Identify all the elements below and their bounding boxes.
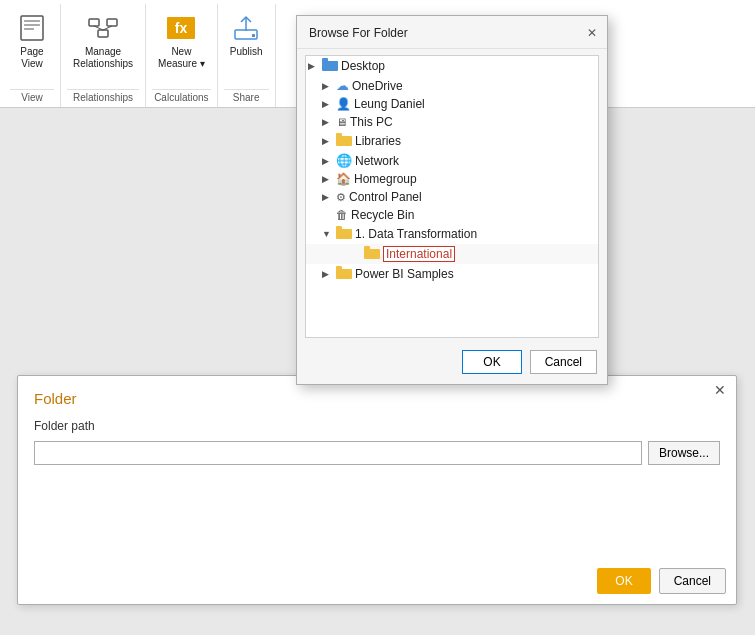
ribbon-group-relationships: ManageRelationships Relationships bbox=[61, 4, 146, 107]
recycle-bin-icon: 🗑 bbox=[336, 208, 348, 222]
tree-item-data-transformation[interactable]: ▼ 1. Data Transformation bbox=[306, 224, 598, 244]
manage-relationships-icon bbox=[87, 12, 119, 44]
svg-rect-14 bbox=[322, 61, 338, 71]
tree-label-this-pc: This PC bbox=[350, 115, 393, 129]
ribbon-group-view: PageView View bbox=[4, 4, 61, 107]
svg-rect-16 bbox=[336, 136, 352, 146]
svg-rect-13 bbox=[252, 34, 255, 37]
tree-label-onedrive: OneDrive bbox=[352, 79, 403, 93]
tree-arrow: ▶ bbox=[308, 61, 322, 71]
tree-item-power-bi-samples[interactable]: ▶ Power BI Samples bbox=[306, 264, 598, 284]
page-view-button[interactable]: PageView bbox=[10, 8, 54, 74]
publish-button[interactable]: Publish bbox=[224, 8, 269, 62]
tree-item-homegroup[interactable]: ▶ 🏠 Homegroup bbox=[306, 170, 598, 188]
tree-arrow: ▶ bbox=[322, 192, 336, 202]
ribbon-group-view-label: View bbox=[10, 89, 54, 107]
control-panel-icon: ⚙ bbox=[336, 191, 346, 204]
tree-label-network: Network bbox=[355, 154, 399, 168]
international-folder-icon bbox=[364, 246, 380, 262]
tree-arrow: ▼ bbox=[322, 229, 336, 239]
data-transformation-icon bbox=[336, 226, 352, 242]
svg-rect-1 bbox=[24, 20, 40, 22]
tree-item-libraries[interactable]: ▶ Libraries bbox=[306, 131, 598, 151]
tree-label-leung-daniel: Leung Daniel bbox=[354, 97, 425, 111]
tree-label-power-bi-samples: Power BI Samples bbox=[355, 267, 454, 281]
tree-label-recycle-bin: Recycle Bin bbox=[351, 208, 414, 222]
browse-dialog-footer: OK Cancel bbox=[297, 344, 607, 384]
folder-cancel-button[interactable]: Cancel bbox=[659, 568, 726, 594]
ribbon-group-share-label: Share bbox=[224, 89, 269, 107]
tree-item-recycle-bin[interactable]: 🗑 Recycle Bin bbox=[306, 206, 598, 224]
browse-cancel-button[interactable]: Cancel bbox=[530, 350, 597, 374]
tree-label-homegroup: Homegroup bbox=[354, 172, 417, 186]
home-icon: 🏠 bbox=[336, 172, 351, 186]
browse-ok-button[interactable]: OK bbox=[462, 350, 521, 374]
svg-rect-6 bbox=[98, 30, 108, 37]
tree-arrow: ▶ bbox=[322, 174, 336, 184]
folder-path-label: Folder path bbox=[18, 415, 736, 437]
ribbon-group-calculations: fx NewMeasure ▾ Calculations bbox=[146, 4, 218, 107]
tree-item-international[interactable]: International bbox=[306, 244, 598, 264]
tree-item-desktop[interactable]: ▶ Desktop bbox=[306, 56, 598, 76]
libraries-icon bbox=[336, 133, 352, 149]
page-view-label: PageView bbox=[20, 46, 43, 70]
network-icon: 🌐 bbox=[336, 153, 352, 168]
svg-rect-19 bbox=[336, 226, 342, 230]
person-icon: 👤 bbox=[336, 97, 351, 111]
ribbon-group-share: Publish Share bbox=[218, 4, 276, 107]
tree-label-libraries: Libraries bbox=[355, 134, 401, 148]
svg-rect-18 bbox=[336, 229, 352, 239]
tree-arrow: ▶ bbox=[322, 81, 336, 91]
tree-item-leung-daniel[interactable]: ▶ 👤 Leung Daniel bbox=[306, 95, 598, 113]
manage-relationships-button[interactable]: ManageRelationships bbox=[67, 8, 139, 74]
tree-item-control-panel[interactable]: ▶ ⚙ Control Panel bbox=[306, 188, 598, 206]
tree-arrow: ▶ bbox=[322, 269, 336, 279]
ribbon-group-calculations-label: Calculations bbox=[152, 89, 211, 107]
svg-rect-5 bbox=[107, 19, 117, 26]
new-measure-label: NewMeasure ▾ bbox=[158, 46, 205, 70]
svg-text:fx: fx bbox=[175, 20, 188, 36]
power-bi-samples-icon bbox=[336, 266, 352, 282]
folder-ok-button[interactable]: OK bbox=[597, 568, 650, 594]
tree-label-data-transformation: 1. Data Transformation bbox=[355, 227, 477, 241]
tree-arrow: ▶ bbox=[322, 136, 336, 146]
svg-rect-22 bbox=[336, 269, 352, 279]
folder-icon bbox=[322, 58, 338, 74]
svg-rect-2 bbox=[24, 24, 40, 26]
folder-path-input[interactable] bbox=[34, 441, 642, 465]
svg-rect-17 bbox=[336, 133, 342, 137]
tree-label-desktop: Desktop bbox=[341, 59, 385, 73]
svg-rect-15 bbox=[322, 58, 328, 62]
folder-browse-button[interactable]: Browse... bbox=[648, 441, 720, 465]
browse-dialog-title: Browse For Folder bbox=[309, 26, 408, 40]
tree-arrow: ▶ bbox=[322, 156, 336, 166]
folder-dialog-close-button[interactable]: ✕ bbox=[710, 380, 730, 400]
tree-arrow: ▶ bbox=[322, 99, 336, 109]
ribbon-group-relationships-label: Relationships bbox=[67, 89, 139, 107]
publish-icon bbox=[230, 12, 262, 44]
browse-dialog-close-button[interactable]: ✕ bbox=[583, 24, 601, 42]
svg-rect-23 bbox=[336, 266, 342, 270]
browse-titlebar: Browse For Folder ✕ bbox=[297, 16, 607, 49]
browse-tree[interactable]: ▶ Desktop ▶ ☁ OneDrive ▶ 👤 Leung Daniel … bbox=[305, 55, 599, 338]
computer-icon: 🖥 bbox=[336, 116, 347, 128]
onedrive-icon: ☁ bbox=[336, 78, 349, 93]
svg-rect-3 bbox=[24, 28, 34, 30]
tree-label-control-panel: Control Panel bbox=[349, 190, 422, 204]
new-measure-button[interactable]: fx NewMeasure ▾ bbox=[152, 8, 211, 74]
folder-dialog: ✕ Folder Folder path Browse... OK Cancel bbox=[17, 375, 737, 605]
browse-for-folder-dialog: Browse For Folder ✕ ▶ Desktop ▶ ☁ OneDri… bbox=[296, 15, 608, 385]
tree-label-international: International bbox=[383, 246, 455, 262]
tree-item-network[interactable]: ▶ 🌐 Network bbox=[306, 151, 598, 170]
tree-item-onedrive[interactable]: ▶ ☁ OneDrive bbox=[306, 76, 598, 95]
svg-rect-4 bbox=[89, 19, 99, 26]
page-view-icon bbox=[16, 12, 48, 44]
new-measure-icon: fx bbox=[165, 12, 197, 44]
tree-item-this-pc[interactable]: ▶ 🖥 This PC bbox=[306, 113, 598, 131]
tree-arrow: ▶ bbox=[322, 117, 336, 127]
publish-label: Publish bbox=[230, 46, 263, 58]
svg-rect-21 bbox=[364, 246, 370, 250]
svg-rect-20 bbox=[364, 249, 380, 259]
manage-relationships-label: ManageRelationships bbox=[73, 46, 133, 70]
